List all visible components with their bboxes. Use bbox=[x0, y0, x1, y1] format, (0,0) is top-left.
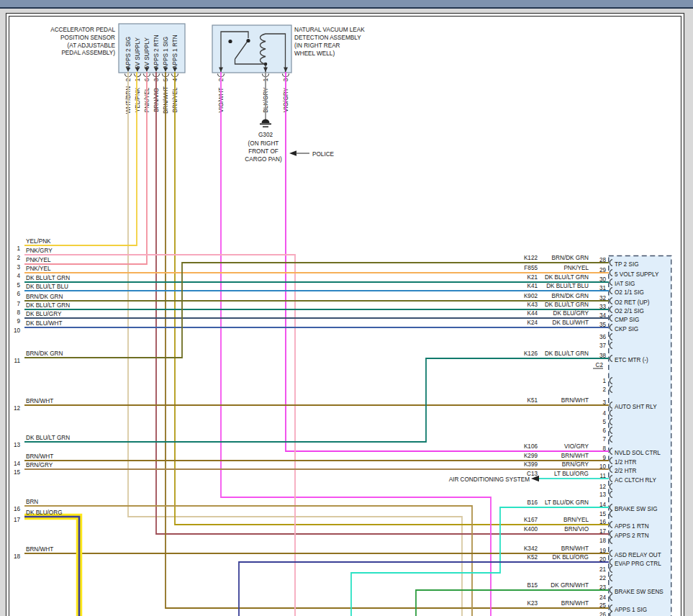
pcm-wire-code: K342 bbox=[524, 545, 538, 552]
left-wire-color-label: YEL/PNK bbox=[26, 238, 51, 245]
left-wire-color-label: DK BLU/LT BLU bbox=[26, 284, 68, 290]
left-wire-number: 4 bbox=[17, 273, 20, 279]
relay-caption-line: (IN RIGHT REAR bbox=[294, 42, 340, 49]
pcm-wire-color-label: BRN/WHT bbox=[561, 453, 589, 459]
pcm-signal-label: IAT SIG bbox=[615, 281, 635, 287]
pcm-pin-number: 7 bbox=[602, 436, 606, 443]
left-wire-number: 1 bbox=[17, 245, 20, 252]
left-wire-color-label: DK BLU/GRY bbox=[26, 311, 62, 317]
pcm-wire-color-label: BRN/WHT bbox=[561, 600, 589, 607]
connector-c2-label: C2 bbox=[596, 362, 604, 368]
pcm-wire-color-label: BRN/VIO bbox=[564, 526, 589, 533]
component-pin-signal-label: 5V SUPPLY bbox=[135, 37, 141, 69]
pcm-signal-label: ETC MTR (-) bbox=[615, 357, 648, 363]
pcm-wire-color-label: VIO/GRY bbox=[564, 443, 589, 450]
pcm-signal-label: EVAP PRG CTRL bbox=[615, 561, 661, 567]
left-wire-color-label: BRN/GRY bbox=[26, 462, 53, 468]
ground-location: (ON RIGHTFRONT OFCARGO PAN) bbox=[245, 140, 282, 163]
left-wire-number: 11 bbox=[14, 358, 21, 364]
pcm-wire-code: F855 bbox=[524, 265, 538, 271]
left-wire-color-label: BRN/DK GRN bbox=[26, 350, 63, 357]
ground-location-line: CARGO PAN) bbox=[245, 156, 282, 163]
pcm-signal-label: 5 VOLT SUPPLY bbox=[615, 271, 659, 278]
ac-system-annotation: AIR CONDITIONING SYSTEM bbox=[449, 476, 539, 483]
pcm-pin-number: 22 bbox=[599, 575, 607, 581]
pcm-signal-label: ASD RELAY OUT bbox=[615, 552, 661, 558]
pcm-wire-code: K44 bbox=[527, 310, 538, 317]
component-pin-signal-label: 5V SUPPLY bbox=[144, 37, 150, 69]
component-pin-number: 1 bbox=[135, 78, 141, 81]
pcm-signal-label: BRAKE SW SIG bbox=[615, 506, 658, 512]
left-wire-number: 18 bbox=[14, 553, 21, 560]
pcm-signal-label: 1/2 HTR bbox=[615, 459, 637, 466]
pcm-signal-label: CKP SIG bbox=[615, 326, 638, 332]
pcm-wire-color-label: LT BLU/ORG bbox=[554, 471, 589, 477]
left-wire-color-label: DK BLU/LT GRN bbox=[26, 435, 70, 441]
sensor-caption-line: PEDAL ASSEMBLY) bbox=[61, 50, 115, 56]
relay-caption-line: DETECTION ASSEMBLY bbox=[294, 35, 361, 41]
left-wire-color-label: PNK/YEL bbox=[26, 266, 51, 272]
component-pin-signal-label: APPS 2 RTN bbox=[153, 35, 160, 69]
pcm-pin-number: 6 bbox=[602, 427, 606, 434]
pcm-wire-color-label: DK BLU/WHT bbox=[553, 320, 589, 326]
ground-location-line: FRONT OF bbox=[248, 148, 278, 155]
left-wire-number: 3 bbox=[17, 264, 20, 271]
pcm-wire-color-label: DK GRN/WHT bbox=[551, 582, 589, 589]
relay-contact-dot bbox=[228, 40, 232, 43]
relay-caption-line: NATURAL VACUUM LEAK bbox=[294, 27, 365, 33]
sensor-caption-line: (AT ADJUSTABLE bbox=[68, 42, 116, 49]
pcm-pin-number: 37 bbox=[599, 343, 607, 349]
left-wire-color-label: PNK/YEL bbox=[26, 257, 51, 263]
pcm-wire-color-label: DK BLU/LT GRN bbox=[545, 302, 589, 308]
pcm-wire-color-label: DK BLU/LT GRN bbox=[545, 274, 589, 281]
pcm-wire-code: K51 bbox=[527, 397, 538, 404]
pcm-wire-code: K126 bbox=[524, 350, 538, 357]
left-wire-number: 10 bbox=[14, 327, 21, 334]
left-wire-color-label: DK BLU/WHT bbox=[26, 320, 63, 327]
pcm-signal-label: CMP SIG bbox=[615, 317, 639, 323]
left-wire-number: 12 bbox=[14, 405, 21, 412]
pcm-signal-label: NVLD SOL CTRL bbox=[615, 450, 661, 456]
pcm-wire-code: K24 bbox=[527, 320, 538, 326]
pcm-pin-number: 15 bbox=[599, 511, 607, 517]
relay-caption-line: WHEEL WELL) bbox=[294, 50, 335, 57]
pcm-wire-color-label: DK BLU/ORG bbox=[552, 554, 589, 561]
pcm-wire-code: K43 bbox=[527, 302, 538, 308]
pcm-wire-code: K399 bbox=[524, 461, 538, 468]
left-wire-number: 13 bbox=[14, 442, 21, 448]
component-pin-signal-label: APPS 1 SIG bbox=[163, 37, 169, 69]
ac-system-label: AIR CONDITIONING SYSTEM bbox=[449, 476, 530, 483]
pcm-wire-code: K41 bbox=[527, 283, 538, 289]
left-wire-number: 7 bbox=[17, 301, 20, 307]
pcm-wire-code: B15 bbox=[527, 582, 538, 589]
left-wire-color-label: DK BLU/LT GRN bbox=[26, 302, 70, 309]
left-wire-color-label: DK BLU/LT GRN bbox=[26, 275, 70, 281]
pcm-signal-label: O2 RET (UP) bbox=[615, 299, 650, 306]
ground-location-line: (ON RIGHT bbox=[248, 140, 279, 147]
pcm-signal-label: BRAKE SW SENS bbox=[615, 589, 663, 595]
relay-contact-dot bbox=[246, 39, 250, 42]
pcm-wire-code: K902 bbox=[524, 293, 538, 299]
pcm-wire-color-label: BRN/YEL bbox=[563, 517, 589, 523]
pcm-pin-number: 24 bbox=[599, 594, 607, 601]
pcm-signal-label: APPS 1 SIG bbox=[615, 607, 647, 613]
pcm-wire-code: K167 bbox=[524, 517, 538, 523]
pcm-wire-color-label: LT BLU/DK GRN bbox=[545, 499, 589, 506]
pcm-pin-number: 4 bbox=[602, 410, 606, 417]
component-pin-signal-label: APPS 2 SIG bbox=[125, 37, 132, 69]
pcm-wire-color-label: BRN/DK GRN bbox=[552, 293, 589, 299]
pcm-wire-color-label: DK BLU/LT GRN bbox=[545, 350, 589, 357]
pcm-wire-code: K23 bbox=[527, 600, 538, 607]
left-wire-number: 14 bbox=[14, 461, 21, 467]
pcm-wire-color-label: BRN/WHT bbox=[561, 545, 589, 552]
left-wire-number: 17 bbox=[14, 517, 21, 523]
pcm-wire-color-label: BRN/GRY bbox=[562, 461, 589, 468]
pcm-pin-number: 13 bbox=[599, 492, 607, 498]
pcm-pin-number: 18 bbox=[599, 538, 607, 544]
pcm-signal-label: AC CLTCH RLY bbox=[615, 477, 656, 484]
left-wire-number: 2 bbox=[17, 255, 20, 261]
pcm-wire-code: K400 bbox=[524, 526, 538, 533]
pcm-signal-label: APPS 1 RTN bbox=[615, 523, 649, 530]
police-label: POLICE bbox=[312, 151, 335, 158]
pcm-wire-code: K299 bbox=[524, 453, 538, 459]
